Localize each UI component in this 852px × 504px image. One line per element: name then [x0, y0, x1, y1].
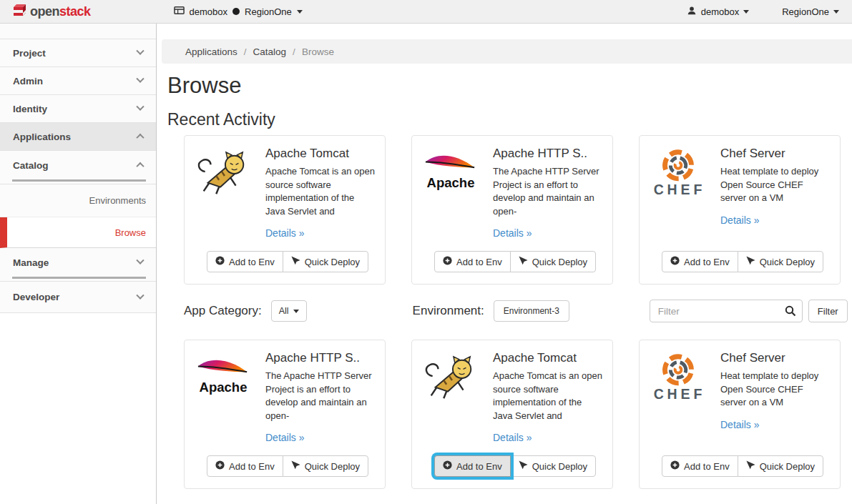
svg-text:Apache: Apache: [427, 175, 475, 190]
add-to-env-label: Add to Env: [229, 257, 275, 267]
user-menu-label: demobox: [701, 6, 739, 17]
details-link[interactable]: Details »: [720, 214, 759, 226]
main-content: Applications / Catalog / Browse Browse R…: [157, 24, 852, 504]
environment-label: Environment:: [413, 304, 484, 318]
sidebar-item-label: Applications: [13, 132, 71, 142]
app-description: The Apache HTTP Server Project is an eff…: [493, 165, 602, 218]
sidebar-divider: [12, 179, 146, 182]
app-name: Apache HTTP S..: [493, 147, 602, 161]
openstack-logo[interactable]: openstack: [11, 3, 91, 20]
recent-activity-cards: Apache Tomcat Apache Tomcat is an open s…: [184, 135, 852, 285]
quick-deploy-label: Quick Deploy: [305, 257, 360, 267]
app-description: Heat template to deploy Open Source CHEF…: [720, 165, 830, 205]
breadcrumb-separator: /: [244, 46, 247, 57]
sidebar-item-manage[interactable]: Manage: [0, 248, 156, 282]
quick-deploy-button[interactable]: Quick Deploy: [738, 251, 823, 272]
breadcrumb-catalog[interactable]: Catalog: [253, 46, 287, 57]
svg-text:Apache: Apache: [200, 380, 248, 395]
paper-plane-icon: [519, 256, 528, 267]
paper-plane-icon: [746, 460, 755, 472]
sidebar-item-catalog[interactable]: Catalog: [0, 151, 156, 184]
paper-plane-icon: [291, 256, 300, 267]
card-actions: Add to Env Quick Deploy: [662, 455, 823, 477]
tomcat-logo: [422, 350, 479, 407]
recent-activity-heading: Recent Activity: [167, 110, 852, 129]
user-menu[interactable]: demobox: [687, 6, 749, 18]
svg-text:CHEF: CHEF: [654, 386, 706, 402]
app-description: The Apache HTTP Server Project is an eff…: [265, 370, 375, 423]
chef-logo: CHEF: [650, 350, 707, 407]
card-actions: Add to Env Quick Deploy: [207, 455, 368, 477]
quick-deploy-button[interactable]: Quick Deploy: [283, 251, 368, 272]
page-title: Browse: [167, 73, 852, 99]
details-link[interactable]: Details »: [265, 227, 304, 239]
environment-button[interactable]: Environment-3: [494, 300, 569, 322]
card-actions: Add to Env Quick Deploy: [662, 251, 823, 272]
app-category-label: App Category:: [184, 304, 262, 318]
brand-text: openstack: [30, 4, 91, 19]
region-menu[interactable]: RegionOne: [782, 6, 839, 17]
tomcat-logo: [195, 146, 252, 203]
sidebar-item-label: Identity: [13, 104, 47, 114]
add-to-env-button[interactable]: Add to Env: [434, 251, 511, 272]
details-link[interactable]: Details »: [493, 227, 532, 239]
svg-text:CHEF: CHEF: [654, 182, 706, 197]
add-to-env-button-highlighted[interactable]: Add to Env: [434, 455, 511, 477]
plus-circle-icon: [443, 460, 452, 472]
app-name: Apache Tomcat: [265, 147, 375, 161]
app-description: Apache Tomcat is an open source software…: [265, 165, 375, 218]
filter-input[interactable]: [650, 300, 803, 322]
sidebar-item-applications[interactable]: Applications: [0, 123, 156, 151]
filter-input-wrap: [650, 300, 803, 322]
filter-bar: App Category: All Environment: Environme…: [184, 300, 852, 322]
breadcrumb: Applications / Catalog / Browse: [162, 39, 852, 64]
add-to-env-button[interactable]: Add to Env: [207, 455, 283, 477]
quick-deploy-button[interactable]: Quick Deploy: [283, 455, 368, 477]
table-icon: [174, 5, 185, 18]
caret-down-icon: [833, 10, 839, 14]
sidebar-item-manage-row[interactable]: Manage: [0, 248, 156, 277]
sidebar: Project Admin Identity Applications Cata…: [0, 24, 157, 504]
sidebar-item-identity[interactable]: Identity: [0, 95, 156, 123]
chevron-down-icon: [136, 75, 144, 83]
sidebar-item-developer[interactable]: Developer: [0, 282, 156, 313]
sidebar-item-label: Browse: [115, 227, 146, 238]
app-card-apache-http: Apache Apache HTTP S.. The Apache HTTP S…: [184, 340, 386, 489]
app-category-dropdown[interactable]: All: [271, 300, 307, 322]
context-switcher[interactable]: demobox RegionOne: [174, 5, 303, 18]
region-menu-label: RegionOne: [782, 6, 829, 17]
details-link[interactable]: Details »: [493, 432, 532, 443]
add-to-env-button[interactable]: Add to Env: [207, 251, 283, 272]
sidebar-divider: [12, 277, 146, 279]
chevron-down-icon: [136, 47, 144, 55]
add-to-env-button[interactable]: Add to Env: [662, 251, 738, 272]
app-name: Apache HTTP S..: [265, 351, 375, 365]
sidebar-item-catalog-row[interactable]: Catalog: [0, 151, 156, 179]
plus-circle-icon: [215, 460, 225, 472]
sidebar-item-environments[interactable]: Environments: [0, 184, 156, 217]
dot-separator-icon: [232, 8, 240, 15]
plus-circle-icon: [670, 256, 680, 267]
add-to-env-button[interactable]: Add to Env: [662, 455, 738, 477]
quick-deploy-label: Quick Deploy: [532, 461, 587, 472]
card-actions: Add to Env Quick Deploy: [434, 455, 596, 477]
app-card-chef-server: CHEF Chef Server Heat template to deploy…: [639, 340, 841, 489]
quick-deploy-button[interactable]: Quick Deploy: [510, 251, 596, 272]
sidebar-item-label: Environments: [89, 195, 146, 206]
sidebar-item-browse[interactable]: Browse: [0, 217, 156, 248]
chef-logo: CHEF: [650, 146, 707, 203]
quick-deploy-button[interactable]: Quick Deploy: [510, 455, 596, 477]
chevron-up-icon: [136, 134, 144, 142]
sidebar-item-admin[interactable]: Admin: [0, 67, 156, 95]
sidebar-item-project[interactable]: Project: [0, 39, 156, 67]
breadcrumb-applications[interactable]: Applications: [185, 46, 238, 57]
details-link[interactable]: Details »: [265, 432, 304, 443]
details-link[interactable]: Details »: [720, 419, 759, 430]
filter-button[interactable]: Filter: [808, 300, 848, 322]
quick-deploy-button[interactable]: Quick Deploy: [738, 455, 823, 477]
sidebar-item-label: Catalog: [13, 160, 49, 171]
chevron-down-icon: [136, 103, 144, 111]
quick-deploy-label: Quick Deploy: [305, 461, 360, 472]
openstack-cube-icon: [11, 3, 26, 20]
paper-plane-icon: [291, 460, 300, 472]
